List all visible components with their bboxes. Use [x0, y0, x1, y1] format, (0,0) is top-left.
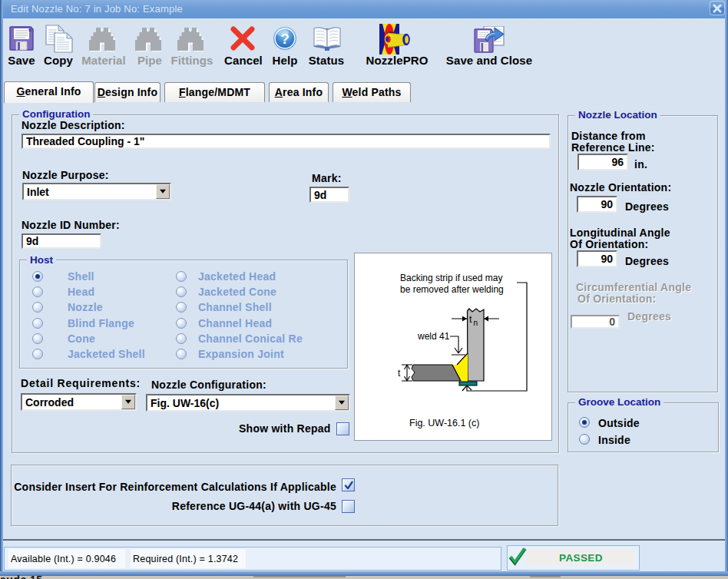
svg-text:t: t [398, 368, 401, 379]
svg-text:t: t [469, 314, 472, 325]
svg-text:Fig. UW-16.1 (c): Fig. UW-16.1 (c) [409, 418, 479, 428]
svg-text:n: n [474, 319, 478, 327]
svg-text:Backing strip if used may: Backing strip if used may [400, 273, 502, 283]
svg-text:weld 41: weld 41 [417, 331, 450, 342]
svg-text:be removed after welding: be removed after welding [400, 284, 504, 295]
